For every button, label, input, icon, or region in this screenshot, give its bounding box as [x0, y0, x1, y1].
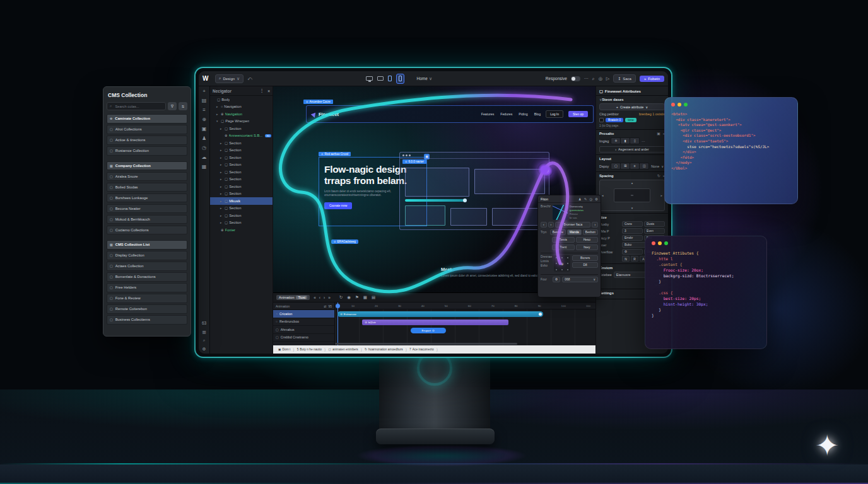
users-icon[interactable]: ♟: [202, 136, 206, 141]
timeline-tool-icon[interactable]: ◉: [347, 295, 351, 300]
transport-icon[interactable]: ›: [324, 296, 325, 300]
cms-collection-row[interactable]: ▢ Actioe & tinections: [107, 135, 187, 145]
site-nav-link[interactable]: Fedures: [500, 112, 512, 116]
tree-caret-icon[interactable]: ▸: [220, 163, 223, 166]
timeline-bar-main[interactable]: ⊙ Estnarcoo: [337, 311, 543, 317]
position-option-icon[interactable]: ▯: [630, 138, 639, 144]
timeline-track-row[interactable]: ◔ Crication: [273, 310, 334, 318]
navigator-tree-row[interactable]: ▸ ▢ Section: [210, 168, 273, 176]
easing-select[interactable]: 068 ∨: [562, 277, 598, 282]
swap-icon[interactable]: ⇄: [324, 304, 326, 308]
responsive-toggle[interactable]: [571, 76, 580, 81]
preview-element-tag[interactable]: ⊙ 6.0.0 navter: [402, 159, 426, 164]
close-window-icon[interactable]: [652, 241, 655, 245]
tree-caret-icon[interactable]: ▸: [220, 148, 223, 152]
timeline-tool-icon[interactable]: ↻: [339, 295, 343, 300]
tree-caret-icon[interactable]: ▸: [220, 192, 223, 195]
tree-caret-icon[interactable]: ▸: [220, 221, 223, 224]
cms-collection-row[interactable]: ▢ Actaes Collection: [107, 262, 187, 271]
hero-cta-button[interactable]: Coonate mnw: [324, 202, 352, 209]
margin-right-arrow[interactable]: ▸: [660, 193, 662, 197]
navigator-tree-row[interactable]: ⊕ Anneencortant S.B... 3D: [210, 132, 273, 140]
navigator-tree-row[interactable]: ▸ ▢ Section: [210, 219, 273, 227]
webflow-logo-icon[interactable]: W: [202, 75, 211, 82]
position-option-icon[interactable]: ▮: [621, 138, 630, 144]
cms-collection-row[interactable]: ▢ Bomenlate & Donactions: [107, 272, 187, 282]
pages-icon[interactable]: ▤: [202, 98, 207, 103]
search-input[interactable]: [114, 104, 163, 109]
timeline-bar-secondary[interactable]: ⊙ b@vtr: [362, 320, 508, 325]
option-button[interactable]: Temis: [552, 237, 575, 243]
cms-collection-row[interactable]: ▢ Display Collection: [107, 251, 187, 260]
timing-tab-icon[interactable]: ◷: [589, 197, 592, 201]
timeline-track-row[interactable]: ▢ Ahmabus: [273, 326, 334, 334]
cms-collection-row[interactable]: ▢ Boiled Stodas: [107, 183, 187, 192]
inheritance-label[interactable]: brenbeg 1 oststis: [639, 112, 665, 116]
sort-button[interactable]: S: [179, 102, 187, 110]
transport-icon[interactable]: ‹: [319, 296, 320, 300]
create-attribute-button[interactable]: + Create attribute ∨: [599, 103, 665, 110]
brush-tab-icon[interactable]: ✎: [584, 197, 587, 201]
tree-caret-icon[interactable]: ▸: [216, 105, 220, 108]
cms-cloud-icon[interactable]: ☁: [202, 155, 207, 160]
display-option-icon[interactable]: ≡: [630, 163, 639, 169]
prev-icon[interactable]: ‹: [541, 222, 547, 228]
navigator-tree-row[interactable]: ⊕ Fonier: [210, 226, 273, 234]
navigator-tree-row[interactable]: ▸ ▢ Section: [210, 161, 273, 169]
pointer-tab-icon[interactable]: ♟: [578, 197, 582, 201]
history-icon[interactable]: ◷: [202, 146, 206, 151]
overflow-option-icon[interactable]: N: [622, 256, 630, 262]
checkbox[interactable]: [599, 118, 604, 122]
cms-collection-row[interactable]: ▢ Becona Neatier: [107, 204, 187, 214]
zoom-icon[interactable]: ⌕: [592, 76, 595, 81]
gadget-element-tag[interactable]: ⊙ ERAGadsteeg: [331, 239, 358, 244]
timeline-tool-icon[interactable]: ▤: [372, 295, 375, 300]
navigator-tree-row[interactable]: ▸ ⊕ Navigation: [210, 110, 273, 118]
timeline-tool-icon[interactable]: ⚑: [355, 295, 359, 300]
cms-collection-row[interactable]: ▢ Fone & Reotew: [107, 294, 187, 303]
display-none-option[interactable]: None: [651, 164, 659, 168]
browse-button[interactable]: Bromser flaca: [555, 222, 590, 228]
navigator-tree-row[interactable]: ▸ ▢ Section: [210, 176, 273, 183]
origin-button[interactable]: Btcrers: [572, 255, 598, 261]
timeline-bar-pill[interactable]: Erupart ⊙: [411, 328, 446, 333]
navigator-tree-row[interactable]: ▸ ▢ Section: [210, 205, 273, 212]
alignment-order-link[interactable]: › Asgement and arder: [599, 146, 665, 153]
cms-collection-row[interactable]: ⊕ Caminate Collection: [107, 114, 187, 124]
components-icon[interactable]: ⊕: [202, 117, 206, 122]
hero-element-tag[interactable]: ⊙ Rod aerbee Crcod: [319, 152, 351, 156]
box-model-control[interactable]: ▴ ▾ ◂ ▸ ▲: [599, 180, 665, 211]
settings-icon[interactable]: ⚙: [202, 347, 206, 352]
site-signup-button[interactable]: Slen op: [568, 111, 588, 117]
history-back-icon[interactable]: ⤺: [247, 76, 252, 81]
page-selector[interactable]: Home ∨: [417, 76, 432, 81]
settings-tab-icon[interactable]: ⚙: [595, 197, 598, 201]
tree-caret-icon[interactable]: ▸: [220, 185, 223, 188]
laptop-breakpoint-icon[interactable]: [377, 76, 384, 81]
cms-collection-row[interactable]: ▢ Free Helders: [107, 283, 187, 292]
tablet-breakpoint-icon[interactable]: [388, 76, 392, 81]
cms-collection-row[interactable]: ▦ CMS Collection List: [107, 240, 187, 250]
add-element-icon[interactable]: +: [202, 89, 206, 94]
option-button[interactable]: Trent: [552, 245, 575, 250]
cms-collection-row[interactable]: ▢ Remote Coiterebon: [107, 304, 187, 314]
tree-caret-icon[interactable]: ▸: [220, 214, 223, 217]
tree-caret-icon[interactable]: ▸: [220, 170, 223, 174]
origin-button[interactable]: D8: [572, 262, 598, 268]
navigator-tree-row[interactable]: ▸ ▢ Section: [210, 125, 273, 132]
navigator-tree-row[interactable]: ▸ ▢ Section: [210, 212, 273, 219]
tree-caret-icon[interactable]: ▸: [220, 199, 223, 203]
grid-icon[interactable]: ▣: [657, 132, 660, 135]
section-header[interactable]: Prosalto ▣+: [599, 132, 665, 135]
zoom-window-icon[interactable]: [664, 241, 668, 245]
overflow-option-icon[interactable]: R: [631, 256, 638, 262]
status-chip[interactable]: ▣ Dom t: [276, 348, 293, 351]
wireframe-preview-window[interactable]: ⊙ 6.0.0 navter: [399, 152, 549, 230]
assets-icon[interactable]: ▣: [202, 127, 207, 132]
size-input[interactable]: Dusts: [644, 221, 665, 227]
navigator-tree-row[interactable]: ▢ Body: [210, 96, 273, 103]
playhead[interactable]: [337, 302, 338, 345]
padding-box[interactable]: [614, 188, 650, 202]
option-button[interactable]: hsey: [576, 245, 599, 250]
transport-icon[interactable]: «: [314, 296, 316, 300]
